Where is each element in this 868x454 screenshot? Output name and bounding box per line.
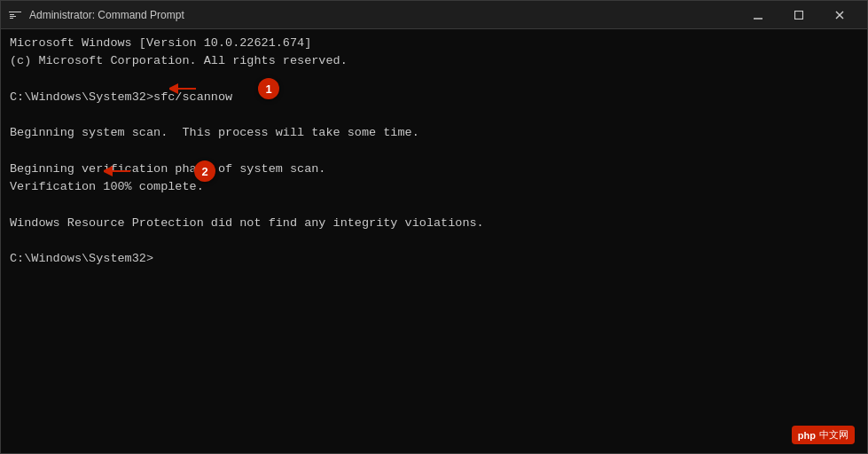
minimize-button[interactable]	[738, 1, 778, 29]
svg-rect-4	[10, 18, 13, 19]
console-area: Microsoft Windows [Version 10.0.22621.67…	[1, 29, 867, 453]
line11: Windows Resource Protection did not find…	[10, 216, 484, 230]
svg-rect-1	[9, 12, 21, 12]
watermark-php: php	[798, 430, 816, 441]
line9: Verification 100% complete.	[10, 180, 204, 193]
cmd-icon	[8, 8, 22, 22]
watermark: php 中文网	[792, 426, 855, 444]
window-title: Administrator: Command Prompt	[29, 9, 738, 21]
line13: C:\Windows\System32>	[10, 252, 153, 265]
line4: C:\Windows\System32>sfc/scannow	[10, 90, 232, 104]
annotation2: 2	[194, 160, 215, 182]
maximize-button[interactable]	[778, 1, 819, 29]
annotation1: 1	[258, 78, 279, 99]
watermark-badge: php 中文网	[792, 426, 855, 444]
svg-rect-6	[795, 11, 803, 19]
line1: Microsoft Windows [Version 10.0.22621.67…	[10, 36, 311, 50]
svg-rect-2	[10, 14, 14, 15]
close-button[interactable]	[819, 1, 860, 29]
badge1: 1	[258, 78, 279, 99]
line2: (c) Microsoft Corporation. All rights re…	[10, 54, 348, 67]
line6: Beginning system scan. This process will…	[10, 126, 419, 139]
badge2: 2	[194, 160, 215, 182]
title-bar: Administrator: Command Prompt	[1, 1, 867, 29]
line8: Beginning verification phase of system s…	[10, 162, 325, 176]
cmd-window: Administrator: Command Prompt Microsoft …	[0, 0, 868, 454]
svg-rect-3	[10, 16, 16, 17]
watermark-cn: 中文网	[819, 428, 848, 442]
window-controls	[738, 1, 860, 29]
console-output: Microsoft Windows [Version 10.0.22621.67…	[10, 35, 858, 268]
